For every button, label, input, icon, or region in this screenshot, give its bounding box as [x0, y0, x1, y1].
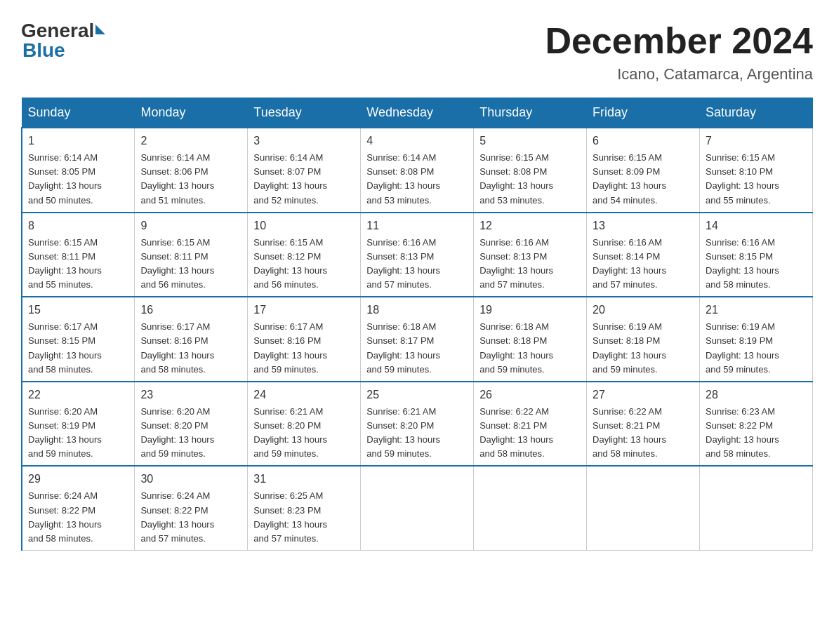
calendar-cell: 7Sunrise: 6:15 AMSunset: 8:10 PMDaylight… — [700, 128, 813, 213]
page-header: General Blue December 2024 Icano, Catama… — [21, 21, 813, 83]
calendar-cell — [700, 466, 813, 550]
day-info: Sunrise: 6:16 AMSunset: 8:13 PMDaylight:… — [479, 236, 581, 293]
location-title: Icano, Catamarca, Argentina — [545, 65, 813, 83]
calendar-cell: 14Sunrise: 6:16 AMSunset: 8:15 PMDayligh… — [700, 213, 813, 297]
header-tuesday: Tuesday — [248, 98, 361, 128]
day-info: Sunrise: 6:23 AMSunset: 8:22 PMDaylight:… — [706, 405, 807, 462]
day-number: 3 — [253, 133, 355, 149]
week-row-4: 22Sunrise: 6:20 AMSunset: 8:19 PMDayligh… — [22, 382, 813, 467]
day-info: Sunrise: 6:17 AMSunset: 8:16 PMDaylight:… — [140, 320, 241, 377]
day-number: 6 — [593, 133, 694, 149]
day-info: Sunrise: 6:19 AMSunset: 8:19 PMDaylight:… — [706, 320, 807, 377]
day-number: 21 — [706, 302, 807, 318]
day-info: Sunrise: 6:22 AMSunset: 8:21 PMDaylight:… — [593, 405, 694, 462]
calendar-cell — [587, 466, 700, 550]
week-row-3: 15Sunrise: 6:17 AMSunset: 8:15 PMDayligh… — [22, 297, 813, 382]
day-info: Sunrise: 6:16 AMSunset: 8:14 PMDaylight:… — [593, 236, 694, 293]
calendar-cell: 5Sunrise: 6:15 AMSunset: 8:08 PMDaylight… — [474, 128, 587, 213]
day-number: 7 — [706, 133, 807, 149]
day-number: 17 — [253, 302, 355, 318]
day-number: 24 — [253, 387, 355, 403]
day-number: 31 — [253, 471, 355, 488]
day-number: 27 — [593, 387, 694, 403]
day-info: Sunrise: 6:24 AMSunset: 8:22 PMDaylight:… — [28, 489, 128, 546]
day-number: 2 — [140, 133, 241, 149]
logo-blue-text: Blue — [21, 39, 65, 62]
day-info: Sunrise: 6:18 AMSunset: 8:18 PMDaylight:… — [479, 320, 581, 377]
calendar-cell: 2Sunrise: 6:14 AMSunset: 8:06 PMDaylight… — [135, 128, 248, 213]
calendar-cell: 25Sunrise: 6:21 AMSunset: 8:20 PMDayligh… — [361, 382, 474, 467]
logo-general-text: General — [21, 21, 94, 41]
calendar-cell: 19Sunrise: 6:18 AMSunset: 8:18 PMDayligh… — [474, 297, 587, 382]
day-info: Sunrise: 6:18 AMSunset: 8:17 PMDaylight:… — [366, 320, 468, 377]
calendar-cell: 1Sunrise: 6:14 AMSunset: 8:05 PMDaylight… — [22, 128, 135, 213]
day-number: 4 — [366, 133, 468, 149]
day-info: Sunrise: 6:15 AMSunset: 8:09 PMDaylight:… — [593, 151, 694, 208]
day-number: 13 — [593, 217, 694, 234]
calendar-cell: 23Sunrise: 6:20 AMSunset: 8:20 PMDayligh… — [135, 382, 248, 467]
day-number: 23 — [140, 387, 241, 403]
day-number: 12 — [479, 217, 581, 234]
header-row: SundayMondayTuesdayWednesdayThursdayFrid… — [22, 98, 813, 128]
calendar-cell: 26Sunrise: 6:22 AMSunset: 8:21 PMDayligh… — [474, 382, 587, 467]
week-row-1: 1Sunrise: 6:14 AMSunset: 8:05 PMDaylight… — [22, 128, 813, 213]
day-info: Sunrise: 6:15 AMSunset: 8:12 PMDaylight:… — [253, 236, 355, 293]
calendar-cell: 3Sunrise: 6:14 AMSunset: 8:07 PMDaylight… — [248, 128, 361, 213]
header-sunday: Sunday — [22, 98, 135, 128]
calendar-cell: 13Sunrise: 6:16 AMSunset: 8:14 PMDayligh… — [587, 213, 700, 297]
calendar-cell: 27Sunrise: 6:22 AMSunset: 8:21 PMDayligh… — [587, 382, 700, 467]
day-info: Sunrise: 6:24 AMSunset: 8:22 PMDaylight:… — [140, 489, 241, 546]
header-monday: Monday — [135, 98, 248, 128]
header-saturday: Saturday — [700, 98, 813, 128]
logo: General Blue — [21, 21, 105, 62]
calendar-cell: 22Sunrise: 6:20 AMSunset: 8:19 PMDayligh… — [22, 382, 135, 467]
day-info: Sunrise: 6:14 AMSunset: 8:05 PMDaylight:… — [28, 151, 128, 208]
day-number: 26 — [479, 387, 581, 403]
calendar-table: SundayMondayTuesdayWednesdayThursdayFrid… — [21, 98, 813, 551]
calendar-cell: 30Sunrise: 6:24 AMSunset: 8:22 PMDayligh… — [135, 466, 248, 550]
calendar-cell: 28Sunrise: 6:23 AMSunset: 8:22 PMDayligh… — [700, 382, 813, 467]
day-info: Sunrise: 6:14 AMSunset: 8:06 PMDaylight:… — [140, 151, 241, 208]
day-info: Sunrise: 6:15 AMSunset: 8:11 PMDaylight:… — [140, 236, 241, 293]
day-number: 11 — [366, 217, 468, 234]
day-number: 9 — [140, 217, 241, 234]
day-info: Sunrise: 6:16 AMSunset: 8:15 PMDaylight:… — [706, 236, 807, 293]
header-friday: Friday — [587, 98, 700, 128]
day-info: Sunrise: 6:17 AMSunset: 8:16 PMDaylight:… — [253, 320, 355, 377]
day-info: Sunrise: 6:22 AMSunset: 8:21 PMDaylight:… — [479, 405, 581, 462]
day-info: Sunrise: 6:20 AMSunset: 8:20 PMDaylight:… — [140, 405, 241, 462]
calendar-cell: 24Sunrise: 6:21 AMSunset: 8:20 PMDayligh… — [248, 382, 361, 467]
day-number: 18 — [366, 302, 468, 318]
day-info: Sunrise: 6:14 AMSunset: 8:07 PMDaylight:… — [253, 151, 355, 208]
calendar-cell: 16Sunrise: 6:17 AMSunset: 8:16 PMDayligh… — [135, 297, 248, 382]
day-number: 19 — [479, 302, 581, 318]
calendar-cell: 11Sunrise: 6:16 AMSunset: 8:13 PMDayligh… — [361, 213, 474, 297]
day-number: 15 — [28, 302, 128, 318]
day-number: 16 — [140, 302, 241, 318]
calendar-cell: 18Sunrise: 6:18 AMSunset: 8:17 PMDayligh… — [361, 297, 474, 382]
day-info: Sunrise: 6:25 AMSunset: 8:23 PMDaylight:… — [253, 489, 355, 546]
week-row-5: 29Sunrise: 6:24 AMSunset: 8:22 PMDayligh… — [22, 466, 813, 550]
week-row-2: 8Sunrise: 6:15 AMSunset: 8:11 PMDaylight… — [22, 213, 813, 297]
day-info: Sunrise: 6:20 AMSunset: 8:19 PMDaylight:… — [28, 405, 128, 462]
day-info: Sunrise: 6:21 AMSunset: 8:20 PMDaylight:… — [366, 405, 468, 462]
calendar-cell: 15Sunrise: 6:17 AMSunset: 8:15 PMDayligh… — [22, 297, 135, 382]
header-thursday: Thursday — [474, 98, 587, 128]
title-section: December 2024 Icano, Catamarca, Argentin… — [545, 21, 813, 83]
calendar-cell: 29Sunrise: 6:24 AMSunset: 8:22 PMDayligh… — [22, 466, 135, 550]
day-number: 5 — [479, 133, 581, 149]
day-info: Sunrise: 6:17 AMSunset: 8:15 PMDaylight:… — [28, 320, 128, 377]
day-number: 1 — [28, 133, 128, 149]
day-info: Sunrise: 6:15 AMSunset: 8:08 PMDaylight:… — [479, 151, 581, 208]
calendar-cell: 10Sunrise: 6:15 AMSunset: 8:12 PMDayligh… — [248, 213, 361, 297]
calendar-cell: 20Sunrise: 6:19 AMSunset: 8:18 PMDayligh… — [587, 297, 700, 382]
day-number: 20 — [593, 302, 694, 318]
calendar-cell: 21Sunrise: 6:19 AMSunset: 8:19 PMDayligh… — [700, 297, 813, 382]
logo-arrow-icon — [95, 25, 105, 34]
day-number: 29 — [28, 471, 128, 488]
day-info: Sunrise: 6:19 AMSunset: 8:18 PMDaylight:… — [593, 320, 694, 377]
day-number: 28 — [706, 387, 807, 403]
day-number: 10 — [253, 217, 355, 234]
calendar-cell — [361, 466, 474, 550]
day-info: Sunrise: 6:21 AMSunset: 8:20 PMDaylight:… — [253, 405, 355, 462]
